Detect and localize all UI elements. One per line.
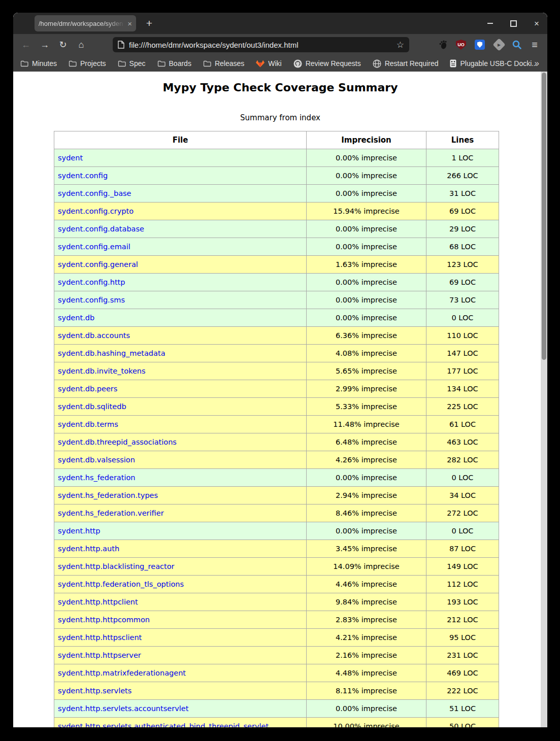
file-link[interactable]: sydent.http.httpserver — [58, 651, 141, 659]
bookmark-plugable-dock[interactable]: Plugable USB-C Docki... — [450, 59, 538, 68]
browser-tab[interactable]: /home/dmr/workspace/syden × — [35, 15, 136, 31]
file-cell: sydent.db.sqlitedb — [54, 398, 307, 416]
file-link[interactable]: sydent.config.database — [58, 225, 144, 233]
gnome-foot-icon[interactable] — [437, 39, 449, 51]
maximize-icon — [510, 20, 517, 27]
file-cell: sydent.db.valsession — [54, 451, 307, 469]
bookmark-boards[interactable]: Boards — [157, 59, 191, 68]
bookmark-star-icon[interactable]: ☆ — [397, 40, 404, 50]
file-link[interactable]: sydent.hs_federation.verifier — [58, 509, 164, 517]
file-cell: sydent.hs_federation — [54, 469, 307, 487]
globe-icon — [373, 59, 381, 68]
file-link[interactable]: sydent.db.terms — [58, 420, 118, 428]
file-cell: sydent.db.threepid_associations — [54, 433, 307, 451]
scrollbar-thumb[interactable] — [542, 73, 546, 360]
file-link[interactable]: sydent.http.httpcommon — [58, 616, 150, 624]
bookmark-restart-required[interactable]: Restart Required — [373, 59, 439, 68]
scrollbar-track[interactable] — [541, 72, 547, 727]
search-icon[interactable] — [511, 39, 523, 51]
table-row: sydent.db.terms11.48% imprecise61 LOC — [54, 416, 499, 433]
ublock-origin-icon[interactable]: UO — [455, 39, 467, 51]
file-link[interactable]: sydent.db.accounts — [58, 331, 130, 340]
file-link[interactable]: sydent.hs_federation — [58, 474, 136, 482]
lines-cell: 51 LOC — [426, 700, 499, 718]
file-link[interactable]: sydent.config.general — [58, 260, 138, 268]
file-link[interactable]: sydent.http.blacklisting_reactor — [58, 562, 175, 570]
file-link[interactable]: sydent.http.servlets.accountservlet — [58, 704, 188, 713]
url-bar[interactable]: file:///home/dmr/workspace/sydent/out3/i… — [113, 37, 409, 52]
file-cell: sydent.db.invite_tokens — [54, 362, 307, 380]
file-link[interactable]: sydent.db.threepid_associations — [58, 438, 177, 446]
file-link[interactable]: sydent.db.peers — [58, 385, 117, 393]
file-link[interactable]: sydent.config.sms — [58, 296, 125, 304]
bookmark-releases[interactable]: Releases — [203, 59, 244, 68]
table-row: sydent.http.httpcommon2.83% imprecise212… — [54, 611, 499, 629]
bookmark-projects[interactable]: Projects — [69, 59, 106, 68]
home-button[interactable]: ⌂ — [75, 38, 88, 51]
table-row: sydent.config.crypto15.94% imprecise69 L… — [54, 203, 499, 220]
imprecision-cell: 0.00% imprecise — [307, 185, 426, 203]
bookmark-review-requests[interactable]: Review Requests — [293, 59, 361, 68]
bookmark-label: Review Requests — [306, 59, 361, 68]
file-link[interactable]: sydent.db.invite_tokens — [58, 367, 146, 375]
file-link[interactable]: sydent.http.matrixfederationagent — [58, 669, 186, 677]
lines-cell: 1 LOC — [426, 149, 499, 167]
file-link[interactable]: sydent.http.httpsclient — [58, 633, 142, 642]
lines-cell: 34 LOC — [426, 487, 499, 504]
file-link[interactable]: sydent.config.crypto — [58, 207, 134, 215]
file-link[interactable]: sydent.db.valsession — [58, 456, 135, 464]
forward-button[interactable]: → — [38, 38, 51, 51]
file-link[interactable]: sydent.http — [58, 527, 101, 535]
file-link[interactable]: sydent.http.servlets — [58, 687, 131, 695]
imprecision-cell: 0.00% imprecise — [307, 274, 426, 291]
close-button[interactable]: × — [530, 17, 543, 30]
file-cell: sydent.hs_federation.types — [54, 487, 307, 504]
file-link[interactable]: sydent.config — [58, 172, 108, 180]
table-row: sydent.config.database0.00% imprecise29 … — [54, 220, 499, 238]
bitwarden-icon[interactable] — [474, 39, 486, 51]
lines-cell: 222 LOC — [426, 682, 499, 700]
maximize-button[interactable] — [507, 17, 520, 30]
file-link[interactable]: sydent.config._base — [58, 189, 131, 197]
imprecision-cell: 2.99% imprecise — [307, 380, 426, 398]
file-link[interactable]: sydent.http.auth — [58, 545, 119, 553]
new-tab-button[interactable]: + — [142, 16, 156, 30]
imprecision-cell: 4.21% imprecise — [307, 629, 426, 647]
file-link[interactable]: sydent.hs_federation.types — [58, 491, 158, 499]
file-link[interactable]: sydent.db.hashing_metadata — [58, 349, 166, 357]
file-link[interactable]: sydent.http.federation_tls_options — [58, 580, 184, 588]
lines-cell: 87 LOC — [426, 540, 499, 558]
reload-button[interactable]: ↻ — [56, 38, 70, 51]
tab-close-icon[interactable]: × — [127, 20, 132, 27]
file-link[interactable]: sydent.config.email — [58, 243, 130, 251]
menu-icon[interactable]: ≡ — [529, 39, 541, 51]
table-row: sydent.db.sqlitedb5.33% imprecise225 LOC — [54, 398, 499, 416]
file-link[interactable]: sydent.config.http — [58, 278, 125, 286]
titlebar: /home/dmr/workspace/syden × + × — [13, 13, 547, 34]
folder-icon — [20, 60, 28, 67]
imprecision-cell: 10.00% imprecise — [307, 718, 426, 728]
file-cell: sydent.config.general — [54, 256, 307, 274]
imprecision-cell: 2.94% imprecise — [307, 487, 426, 504]
file-link[interactable]: sydent — [58, 154, 83, 162]
bookmarks-overflow-chevron[interactable]: » — [535, 58, 539, 69]
table-row: sydent.http.httpclient9.84% imprecise193… — [54, 593, 499, 611]
file-cell: sydent.config._base — [54, 185, 307, 203]
coverage-table-body: sydent0.00% imprecise1 LOCsydent.config0… — [54, 149, 499, 728]
bookmark-minutes[interactable]: Minutes — [20, 59, 57, 68]
table-row: sydent.http.httpserver2.16% imprecise231… — [54, 647, 499, 664]
bookmark-wiki[interactable]: Wiki — [256, 59, 281, 68]
table-row: sydent.db.valsession4.26% imprecise282 L… — [54, 451, 499, 469]
coverage-table: File Imprecision Lines sydent0.00% impre… — [54, 131, 499, 727]
lines-cell: 0 LOC — [426, 469, 499, 487]
file-link[interactable]: sydent.db.sqlitedb — [58, 402, 126, 411]
bookmark-label: Minutes — [32, 59, 57, 68]
file-link[interactable]: sydent.db — [58, 314, 94, 322]
file-link[interactable]: sydent.http.httpclient — [58, 598, 138, 606]
extension-icon[interactable]: ▸ — [493, 39, 505, 51]
folder-icon — [203, 60, 211, 67]
bookmark-spec[interactable]: Spec — [118, 59, 146, 68]
back-button[interactable]: ← — [19, 38, 32, 51]
file-link[interactable]: sydent.http.servlets.authenticated_bind_… — [58, 722, 269, 727]
minimize-button[interactable] — [483, 17, 497, 30]
